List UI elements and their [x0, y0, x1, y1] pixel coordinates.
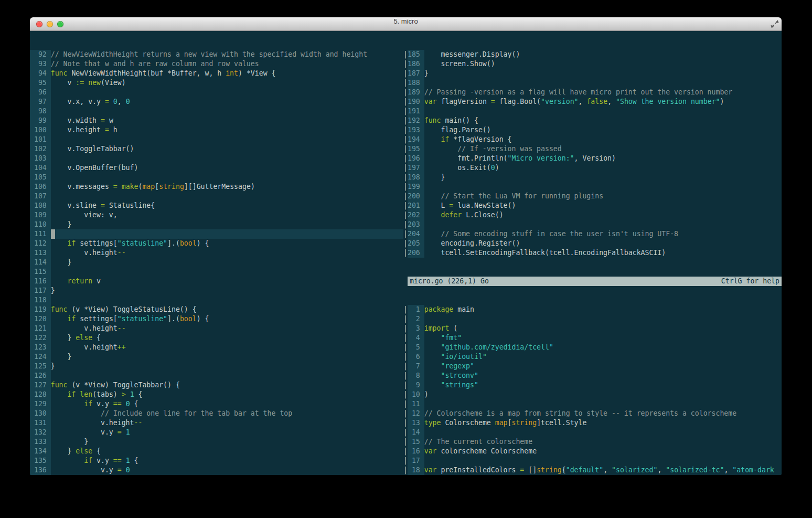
code-line[interactable]: 133 }: [30, 437, 403, 447]
code-line[interactable]: 113 v.height--: [30, 248, 403, 258]
code-line[interactable]: 106 v.messages = make(map[string][]Gutte…: [30, 182, 403, 192]
code-line[interactable]: |198 }: [403, 173, 782, 182]
code-line[interactable]: | 6 "io/ioutil": [403, 352, 782, 362]
code-line[interactable]: 131 v.height--: [30, 418, 403, 428]
code-line[interactable]: | 2: [403, 314, 782, 324]
code-line[interactable]: |194 if *flagVersion {: [403, 135, 782, 144]
code-line[interactable]: |195 // If -version was passed: [403, 144, 782, 154]
code-line[interactable]: 125 }: [30, 362, 403, 371]
code-line[interactable]: 136 v.y = 0: [30, 466, 403, 475]
code-line[interactable]: 115: [30, 267, 403, 277]
code-line[interactable]: |199: [403, 182, 782, 192]
code-line[interactable]: 118: [30, 295, 403, 305]
code-line[interactable]: | 10 ): [403, 390, 782, 399]
code-line[interactable]: | 7 "regexp": [403, 362, 782, 371]
code-line[interactable]: |197 os.Exit(0): [403, 163, 782, 173]
code-line[interactable]: |186 screen.Show(): [403, 59, 782, 69]
code-line[interactable]: |191: [403, 107, 782, 116]
code-line[interactable]: 110 }: [30, 220, 403, 229]
code-line[interactable]: |185 messenger.Display(): [403, 50, 782, 59]
code-line[interactable]: 122 } else {: [30, 333, 403, 343]
code-line[interactable]: | 13 type Colorscheme map[string]tcell.S…: [403, 418, 782, 428]
code-line[interactable]: 96: [30, 88, 403, 97]
code-line[interactable]: 111: [30, 229, 403, 239]
code-line[interactable]: |196 fmt.Println("Micro version:", Versi…: [403, 154, 782, 163]
code-line[interactable]: 114 }: [30, 258, 403, 267]
code-line[interactable]: 103: [30, 154, 403, 163]
code-line[interactable]: 120 if settings["statusline"].(bool) {: [30, 314, 403, 324]
code-line[interactable]: 123 v.height++: [30, 343, 403, 352]
close-button[interactable]: [36, 21, 42, 27]
code-line[interactable]: 92 // NewViewWidthHeight returns a new v…: [30, 50, 403, 59]
pane-colorscheme-go[interactable]: | 1 package main| 2 | 3 import (| 4 "fmt…: [403, 305, 782, 475]
code-line[interactable]: |187 }: [403, 69, 782, 78]
code-line[interactable]: 93 // Note that w and h are raw column a…: [30, 59, 403, 69]
code-line[interactable]: 135 if v.y == 1 {: [30, 456, 403, 466]
code-line[interactable]: 132 v.y = 1: [30, 428, 403, 437]
code-line[interactable]: |188: [403, 78, 782, 88]
code-line[interactable]: |200 // Start the Lua VM for running plu…: [403, 192, 782, 201]
code-line[interactable]: | 12 // Colorscheme is a map from string…: [403, 409, 782, 418]
line-number: 5: [408, 343, 424, 352]
code-line[interactable]: |205 encoding.Register(): [403, 239, 782, 248]
line-number: 95: [30, 78, 51, 88]
minimize-button[interactable]: [47, 21, 53, 27]
code-line[interactable]: |193 flag.Parse(): [403, 125, 782, 135]
resize-icon[interactable]: [771, 20, 779, 28]
code-line[interactable]: 128 if len(tabs) > 1 {: [30, 390, 403, 399]
code-line[interactable]: | 15 // The current colorscheme: [403, 437, 782, 447]
code-line[interactable]: |201 L = lua.NewState(): [403, 201, 782, 210]
code-line[interactable]: 127 func (v *View) ToggleTabbar() {: [30, 380, 403, 390]
code-line[interactable]: | 3 import (: [403, 324, 782, 333]
code-line[interactable]: |189 // Passing -version as a flag will …: [403, 88, 782, 97]
code-line[interactable]: 119 func (v *View) ToggleStatusLine() {: [30, 305, 403, 314]
code-line[interactable]: | 1 package main: [403, 305, 782, 314]
line-number: 116: [30, 277, 51, 286]
code-line[interactable]: 109 view: v,: [30, 210, 403, 220]
code-line[interactable]: | 4 "fmt": [403, 333, 782, 343]
code-line[interactable]: 105: [30, 173, 403, 182]
code-line[interactable]: 107: [30, 192, 403, 201]
code-line[interactable]: | 8 "strconv": [403, 371, 782, 380]
code-line[interactable]: 97 v.x, v.y = 0, 0: [30, 97, 403, 107]
code-line[interactable]: | 18 var preInstalledColors = []string{"…: [403, 466, 782, 475]
pane-divider: |: [403, 135, 408, 144]
code-line[interactable]: 108 v.sline = Statusline{: [30, 201, 403, 210]
code-line[interactable]: |202 defer L.Close(): [403, 210, 782, 220]
code-line[interactable]: 134 } else {: [30, 447, 403, 456]
code-line[interactable]: |190 var flagVersion = flag.Bool("versio…: [403, 97, 782, 107]
code-line[interactable]: 130 // Include one line for the tab bar …: [30, 409, 403, 418]
code-line[interactable]: 99 v.width = w: [30, 116, 403, 125]
code-line[interactable]: 101: [30, 135, 403, 144]
code-line[interactable]: 117 }: [30, 286, 403, 295]
code-line[interactable]: 126: [30, 371, 403, 380]
code-line[interactable]: | 17: [403, 456, 782, 466]
code-line[interactable]: 104 v.OpenBuffer(buf): [30, 163, 403, 173]
pane-view-go[interactable]: 92 // NewViewWidthHeight returns a new v…: [30, 50, 403, 475]
code-line[interactable]: 121 v.height--: [30, 324, 403, 333]
code-line[interactable]: 95 v := new(View): [30, 78, 403, 88]
code-line[interactable]: | 16 var colorscheme Colorscheme: [403, 447, 782, 456]
code-line[interactable]: |192 func main() {: [403, 116, 782, 125]
code-line[interactable]: | 11: [403, 399, 782, 409]
code-line[interactable]: |204 // Some encoding stuff in case the …: [403, 229, 782, 239]
code-line[interactable]: | 14: [403, 428, 782, 437]
zoom-button[interactable]: [57, 21, 63, 27]
titlebar[interactable]: 5. micro: [30, 17, 782, 31]
code-line[interactable]: 116 return v: [30, 277, 403, 286]
code-line[interactable]: 124 }: [30, 352, 403, 362]
pane-micro-go[interactable]: |185 messenger.Display()|186 screen.Show…: [403, 50, 782, 258]
line-number: 9: [408, 380, 424, 390]
code-line[interactable]: | 5 "github.com/zyedidia/tcell": [403, 343, 782, 352]
line-number: 201: [408, 201, 424, 210]
code-line[interactable]: 98: [30, 107, 403, 116]
code-line[interactable]: 94 func NewViewWidthHeight(buf *Buffer, …: [30, 69, 403, 78]
pane-divider: |: [403, 248, 408, 258]
code-line[interactable]: | 9 "strings": [403, 380, 782, 390]
code-line[interactable]: |203: [403, 220, 782, 229]
code-line[interactable]: 102 v.ToggleTabbar(): [30, 144, 403, 154]
code-line[interactable]: 129 if v.y == 0 {: [30, 399, 403, 409]
code-line[interactable]: |206 tcell.SetEncodingFallback(tcell.Enc…: [403, 248, 782, 258]
code-line[interactable]: 100 v.height = h: [30, 125, 403, 135]
code-line[interactable]: 112 if settings["statusline"].(bool) {: [30, 239, 403, 248]
